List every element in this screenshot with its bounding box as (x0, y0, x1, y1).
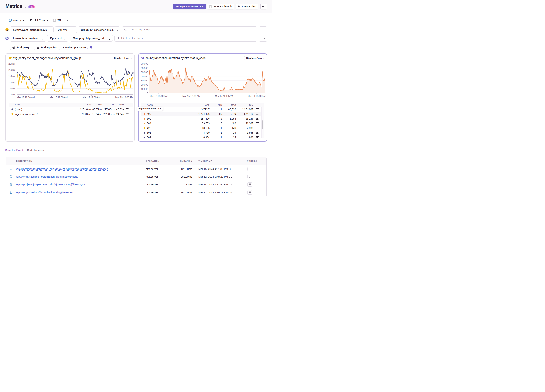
svg-text:Mar 13 12:00 AM: Mar 13 12:00 AM (150, 95, 167, 97)
svg-text:10,000: 10,000 (141, 87, 148, 90)
svg-text:Mar 13 12:00 AM: Mar 13 12:00 AM (17, 96, 35, 99)
svg-text:50ms: 50ms (10, 87, 15, 90)
svg-text:60,000: 60,000 (141, 67, 148, 69)
svg-text:250ms: 250ms (8, 62, 16, 65)
svg-text:Mar 15 12:00 AM: Mar 15 12:00 AM (50, 96, 68, 99)
svg-text:Mar 17 12:00 AM: Mar 17 12:00 AM (83, 96, 100, 99)
svg-text:0: 0 (147, 92, 148, 94)
svg-text:40,000: 40,000 (141, 75, 148, 78)
svg-text:0ms: 0ms (11, 93, 15, 96)
svg-text:70,000: 70,000 (141, 62, 148, 65)
svg-text:30,000: 30,000 (141, 79, 148, 82)
svg-text:50,000: 50,000 (141, 71, 148, 74)
svg-text:200ms: 200ms (8, 68, 16, 71)
svg-text:Mar 19 12:00 AM: Mar 19 12:00 AM (115, 96, 133, 99)
svg-text:100ms: 100ms (8, 81, 16, 84)
svg-text:Mar 15 12:00 AM: Mar 15 12:00 AM (182, 95, 200, 97)
svg-text:20,000: 20,000 (141, 83, 148, 86)
svg-text:150ms: 150ms (8, 75, 16, 77)
svg-text:Mar 17 12:00 AM: Mar 17 12:00 AM (215, 95, 233, 97)
svg-text:Mar 19 12:00 AM: Mar 19 12:00 AM (248, 95, 266, 97)
